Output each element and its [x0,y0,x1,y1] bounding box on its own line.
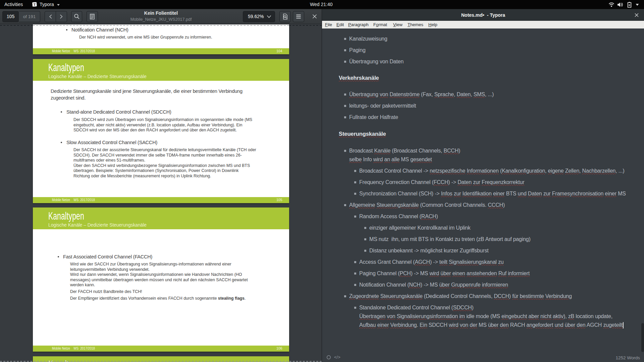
svg-text:T: T [34,3,36,6]
